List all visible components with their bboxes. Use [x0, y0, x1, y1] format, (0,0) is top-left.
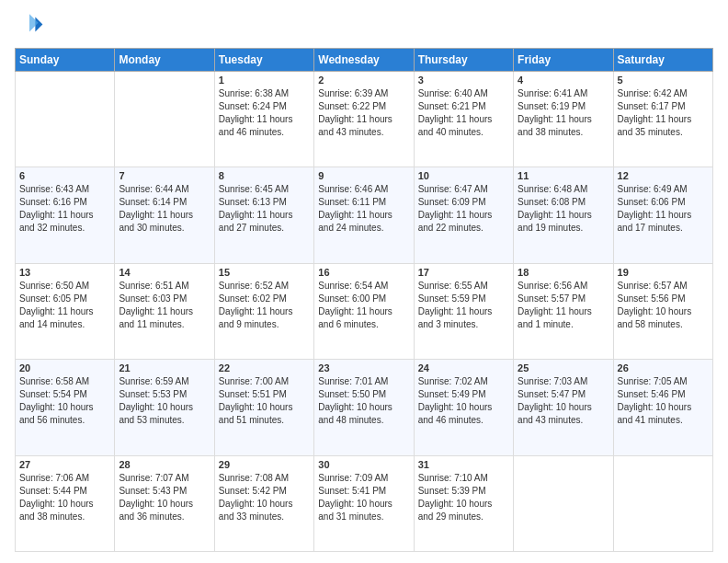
- calendar-week-1: 1Sunrise: 6:38 AMSunset: 6:24 PMDaylight…: [16, 72, 713, 167]
- day-number: 31: [418, 459, 509, 470]
- calendar-cell: 28Sunrise: 7:07 AMSunset: 5:43 PMDayligh…: [115, 455, 214, 551]
- day-info-line: Daylight: 11 hours and 11 minutes.: [119, 305, 210, 331]
- day-info-line: Daylight: 11 hours and 35 minutes.: [618, 113, 709, 139]
- calendar-cell: [16, 72, 115, 167]
- day-info-line: Sunrise: 6:59 AM: [119, 375, 210, 388]
- day-info-line: Sunrise: 6:46 AM: [318, 183, 409, 196]
- day-info-line: Sunrise: 6:50 AM: [19, 280, 110, 293]
- day-info-line: Sunrise: 6:54 AM: [318, 280, 409, 293]
- day-info-line: Sunset: 5:56 PM: [618, 293, 709, 305]
- calendar-cell: 10Sunrise: 6:47 AMSunset: 6:09 PMDayligh…: [414, 167, 513, 263]
- calendar-cell: 17Sunrise: 6:55 AMSunset: 5:59 PMDayligh…: [414, 263, 513, 359]
- day-info-line: Daylight: 10 hours and 33 minutes.: [219, 498, 310, 523]
- calendar-cell: 22Sunrise: 7:00 AMSunset: 5:51 PMDayligh…: [214, 360, 313, 455]
- day-info-line: Sunset: 5:47 PM: [518, 388, 609, 401]
- calendar-header-sunday: Sunday: [16, 49, 115, 72]
- day-info-line: Sunset: 6:06 PM: [618, 196, 709, 209]
- day-info-line: Daylight: 10 hours and 46 minutes.: [418, 401, 509, 427]
- day-info-line: Daylight: 11 hours and 46 minutes.: [219, 113, 310, 139]
- day-number: 9: [318, 170, 409, 181]
- day-info-line: Sunset: 6:09 PM: [418, 196, 509, 209]
- day-info-line: Sunset: 6:08 PM: [518, 196, 609, 209]
- day-info-line: Sunrise: 6:41 AM: [518, 87, 609, 100]
- day-info-line: Sunrise: 6:56 AM: [518, 280, 609, 293]
- calendar-cell: [115, 72, 214, 167]
- day-number: 26: [618, 362, 709, 373]
- day-info-line: Sunrise: 6:57 AM: [618, 280, 709, 293]
- day-info-line: Sunrise: 6:58 AM: [19, 375, 110, 388]
- day-info-line: Sunrise: 6:55 AM: [418, 280, 509, 293]
- day-info-line: Sunset: 5:57 PM: [518, 293, 609, 305]
- day-number: 17: [418, 267, 509, 278]
- day-info-line: Daylight: 11 hours and 9 minutes.: [219, 305, 310, 331]
- day-info-line: Sunrise: 7:01 AM: [318, 375, 409, 388]
- day-number: 7: [119, 170, 210, 181]
- day-info-line: Daylight: 10 hours and 29 minutes.: [418, 498, 509, 523]
- calendar-header-wednesday: Wednesday: [314, 49, 414, 72]
- day-number: 2: [318, 75, 409, 86]
- calendar-header-row: SundayMondayTuesdayWednesdayThursdayFrid…: [16, 49, 713, 72]
- day-number: 10: [418, 170, 509, 181]
- day-info-line: Sunset: 6:17 PM: [618, 100, 709, 113]
- day-info-line: Sunset: 5:54 PM: [19, 388, 110, 401]
- day-info-line: Sunrise: 6:39 AM: [318, 87, 409, 100]
- calendar-cell: 29Sunrise: 7:08 AMSunset: 5:42 PMDayligh…: [214, 455, 313, 551]
- calendar-cell: 12Sunrise: 6:49 AMSunset: 6:06 PMDayligh…: [613, 167, 712, 263]
- day-number: 23: [318, 362, 409, 373]
- day-number: 22: [219, 362, 310, 373]
- day-info-line: Sunrise: 7:07 AM: [119, 472, 210, 485]
- day-info-line: Daylight: 10 hours and 48 minutes.: [318, 401, 409, 427]
- day-info-line: Daylight: 10 hours and 53 minutes.: [119, 401, 210, 427]
- day-info-line: Daylight: 11 hours and 17 minutes.: [618, 209, 709, 235]
- calendar-cell: 26Sunrise: 7:05 AMSunset: 5:46 PMDayligh…: [613, 360, 712, 455]
- day-number: 29: [219, 459, 310, 470]
- calendar-week-2: 6Sunrise: 6:43 AMSunset: 6:16 PMDaylight…: [16, 167, 713, 263]
- calendar-week-3: 13Sunrise: 6:50 AMSunset: 6:05 PMDayligh…: [16, 263, 713, 359]
- day-info-line: Sunrise: 6:42 AM: [618, 87, 709, 100]
- day-info-line: Sunset: 6:24 PM: [219, 100, 310, 113]
- day-info-line: Daylight: 11 hours and 19 minutes.: [518, 209, 609, 235]
- day-info-line: Sunset: 6:00 PM: [318, 293, 409, 305]
- calendar-cell: 4Sunrise: 6:41 AMSunset: 6:19 PMDaylight…: [514, 72, 613, 167]
- header: [15, 11, 713, 40]
- calendar-cell: [613, 455, 712, 551]
- day-number: 30: [318, 459, 409, 470]
- day-number: 15: [219, 267, 310, 278]
- day-info-line: Daylight: 11 hours and 1 minute.: [518, 305, 609, 331]
- calendar-header-saturday: Saturday: [613, 49, 712, 72]
- calendar-week-5: 27Sunrise: 7:06 AMSunset: 5:44 PMDayligh…: [16, 455, 713, 551]
- calendar-cell: 18Sunrise: 6:56 AMSunset: 5:57 PMDayligh…: [514, 263, 613, 359]
- day-info-line: Sunset: 6:19 PM: [518, 100, 609, 113]
- day-number: 25: [518, 362, 609, 373]
- day-info-line: Sunrise: 7:08 AM: [219, 472, 310, 485]
- day-info-line: Sunrise: 6:52 AM: [219, 280, 310, 293]
- calendar-cell: [514, 455, 613, 551]
- calendar-cell: 30Sunrise: 7:09 AMSunset: 5:41 PMDayligh…: [314, 455, 414, 551]
- day-number: 24: [418, 362, 509, 373]
- calendar-cell: 3Sunrise: 6:40 AMSunset: 6:21 PMDaylight…: [414, 72, 513, 167]
- day-info-line: Daylight: 11 hours and 14 minutes.: [19, 305, 110, 331]
- calendar-header-friday: Friday: [514, 49, 613, 72]
- calendar-week-4: 20Sunrise: 6:58 AMSunset: 5:54 PMDayligh…: [16, 360, 713, 455]
- day-number: 5: [618, 75, 709, 86]
- day-info-line: Daylight: 11 hours and 24 minutes.: [318, 209, 409, 235]
- calendar-header-monday: Monday: [115, 49, 214, 72]
- day-info-line: Daylight: 11 hours and 30 minutes.: [119, 209, 210, 235]
- day-info-line: Sunrise: 6:48 AM: [518, 183, 609, 196]
- day-info-line: Sunrise: 7:02 AM: [418, 375, 509, 388]
- day-info-line: Sunset: 5:39 PM: [418, 485, 509, 498]
- calendar-header-thursday: Thursday: [414, 49, 513, 72]
- day-info-line: Daylight: 10 hours and 38 minutes.: [19, 498, 110, 523]
- day-info-line: Sunrise: 7:00 AM: [219, 375, 310, 388]
- day-number: 3: [418, 75, 509, 86]
- day-info-line: Sunrise: 6:47 AM: [418, 183, 509, 196]
- day-info-line: Sunset: 5:51 PM: [219, 388, 310, 401]
- day-info-line: Sunset: 6:21 PM: [418, 100, 509, 113]
- day-number: 18: [518, 267, 609, 278]
- day-info-line: Daylight: 10 hours and 51 minutes.: [219, 401, 310, 427]
- day-number: 14: [119, 267, 210, 278]
- day-info-line: Sunrise: 6:40 AM: [418, 87, 509, 100]
- day-info-line: Sunrise: 6:49 AM: [618, 183, 709, 196]
- day-info-line: Sunrise: 6:38 AM: [219, 87, 310, 100]
- day-info-line: Sunset: 6:13 PM: [219, 196, 310, 209]
